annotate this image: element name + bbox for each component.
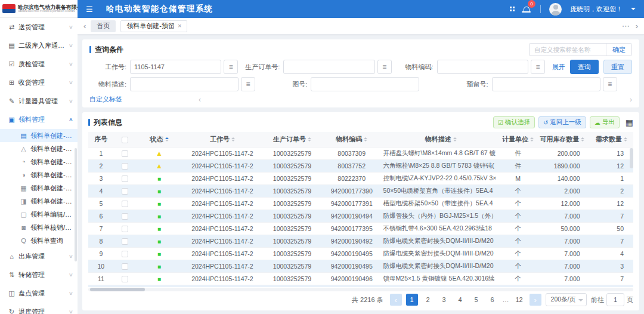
sort-icon[interactable]	[364, 137, 367, 141]
batch-input-icon[interactable]: ≡	[241, 77, 255, 91]
column-settings-icon[interactable]: ▦	[626, 118, 633, 127]
sidebar-scrollbar[interactable]	[75, 148, 77, 261]
table-row[interactable]: 5■2024HPC1105-1147-210003252579942000177…	[88, 197, 633, 210]
reset-button[interactable]: 重置	[603, 60, 632, 74]
tab-home[interactable]: 首页	[91, 20, 116, 32]
table-row[interactable]: 9■2024HPC1105-1147-210003252579942000190…	[88, 247, 633, 260]
row-checkbox[interactable]	[122, 263, 128, 270]
pagination-page[interactable]: 1	[406, 294, 418, 306]
table-row[interactable]: 1▲2024HPC1105-1147-21000325257980037309开…	[88, 147, 633, 159]
tags-scroll-right-icon[interactable]: ›	[630, 96, 632, 104]
sidebar-subitem-cost-center[interactable]: ◑领料单创建-成本中心	[0, 168, 78, 181]
sort-icon[interactable]	[453, 137, 457, 141]
row-checkbox[interactable]	[122, 226, 128, 232]
goto-page-input[interactable]	[606, 293, 624, 306]
pagination-page[interactable]: 2	[422, 294, 434, 306]
sidebar-subitem-edit-delete[interactable]: ▢领料单编辑/删除	[0, 208, 78, 221]
sidebar-subitem-urgent[interactable]: △领料单创建-紧急	[0, 142, 78, 155]
pagination-ellipsis[interactable]: …	[503, 296, 509, 303]
row-checkbox[interactable]	[122, 163, 128, 170]
sidebar-item-quality[interactable]: ☑质检管理∨	[0, 55, 78, 73]
tabs-more-icon[interactable]: ⋯	[622, 21, 630, 30]
table-row[interactable]: 10■2024HPC1105-1147-21000325257994200019…	[88, 260, 633, 272]
sidebar-subitem-outsourced[interactable]: ▦领料单创建-委外组件	[0, 181, 78, 195]
pagination-page[interactable]: 6	[487, 294, 499, 306]
sidebar-subitem-writeoff[interactable]: ◙领料单核销/撤回	[0, 221, 78, 234]
tags-scroll-left-icon[interactable]: ‹	[199, 96, 201, 104]
tab-close-icon[interactable]: ×	[178, 23, 181, 29]
table-row[interactable]: 8■2024HPC1105-1147-210003252579942000190…	[88, 235, 633, 247]
sidebar-item-stocktake[interactable]: ◫盘点管理∨	[0, 284, 78, 303]
page-size-select[interactable]: 200条/页	[546, 293, 587, 306]
field-input[interactable]	[134, 81, 234, 88]
sort-icon[interactable]	[624, 137, 627, 141]
table-row[interactable]: 4■2024HPC1105-1147-210003252579942000177…	[88, 184, 633, 197]
batch-input-icon[interactable]: ≡	[224, 60, 238, 74]
table-row[interactable]: 3■2024HPC1105-1147-21000325257980222370控…	[88, 172, 633, 184]
back-button[interactable]: ↺ 返回上一级	[538, 116, 586, 128]
menu-collapse-icon[interactable]: ☰	[86, 5, 93, 14]
sidebar-item-outbound[interactable]: ⌂出库管理∨	[0, 247, 78, 266]
row-checkbox[interactable]	[122, 188, 128, 195]
sidebar-subitem-query[interactable]: Q领料单查询	[0, 234, 78, 247]
pagination-prev-icon[interactable]: ‹	[390, 294, 402, 306]
table-row[interactable]: 11■2024HPC1105-1147-21000325257994200019…	[88, 272, 633, 285]
sidebar-item-inbound-notice[interactable]: ▤二级库入库通知单∨	[0, 36, 78, 55]
sidebar-subitem-special-project[interactable]: ◔领料单创建-特殊项目	[0, 155, 78, 168]
field-input[interactable]	[287, 63, 370, 70]
row-checkbox[interactable]	[122, 201, 128, 207]
table-vertical-scrollbar[interactable]	[630, 148, 633, 267]
table-row[interactable]: 7■2024HPC1105-1147-210003252579942000177…	[88, 222, 633, 235]
table-horizontal-scrollbar[interactable]	[88, 288, 633, 291]
pagination-page[interactable]: 4	[454, 294, 466, 306]
sort-icon[interactable]	[308, 137, 311, 141]
tab-material-requisition-reserved[interactable]: 领料单创建-预留 ×	[120, 20, 187, 32]
pagination-page[interactable]: 5	[470, 294, 482, 306]
tabs-scroll-left-icon[interactable]: ‹	[83, 21, 86, 30]
row-checkbox[interactable]	[122, 276, 128, 282]
sidebar-subitem-secondary-warehouse[interactable]: ◨领料单创建-二级库	[0, 195, 78, 208]
pagination-next-icon[interactable]: ›	[530, 294, 541, 306]
batch-input-icon[interactable]: ≡	[377, 60, 392, 74]
table-row[interactable]: 12■2024HPC1105-1147-31000325257894200000…	[88, 285, 633, 287]
row-checkbox[interactable]	[122, 150, 128, 157]
field-input[interactable]	[441, 63, 524, 70]
batch-input-icon[interactable]: ≡	[603, 77, 617, 91]
row-checkbox[interactable]	[122, 176, 128, 182]
sidebar-item-material-requisition[interactable]: ▣领料管理∧	[0, 110, 78, 129]
batch-input-icon[interactable]: ≡	[531, 60, 545, 74]
field-input[interactable]	[315, 81, 415, 88]
table-row[interactable]: 6■2024HPC1105-1147-210003252579942000190…	[88, 210, 633, 222]
custom-tag-link[interactable]: 自定义标签	[89, 95, 122, 104]
tabs-scroll-right-icon[interactable]: ›	[636, 21, 638, 30]
fullscreen-icon[interactable]	[509, 6, 515, 12]
select-all-checkbox[interactable]	[122, 137, 128, 143]
user-avatar[interactable]	[549, 3, 562, 16]
row-checkbox[interactable]	[122, 213, 128, 220]
sidebar-subitem-reserved[interactable]: ▤领料单创建-预留	[0, 129, 78, 142]
field-input[interactable]	[134, 63, 217, 70]
sidebar-item-receiving[interactable]: ⊞收货管理∨	[0, 73, 78, 92]
expand-link[interactable]: 展开	[552, 63, 565, 72]
row-checkbox[interactable]	[122, 251, 128, 257]
export-button[interactable]: ☁ 导出	[590, 116, 620, 128]
tag-confirm-button[interactable]: 确定	[606, 44, 631, 56]
table-row[interactable]: 2▲2024HPC1105-1147-21000325257980037752六…	[88, 159, 633, 172]
search-button[interactable]: 查询	[570, 60, 599, 74]
sort-icon[interactable]	[530, 137, 534, 141]
sidebar-item-return[interactable]: ↻退库管理∨	[0, 303, 78, 314]
sort-icon[interactable]	[231, 137, 235, 141]
sort-icon[interactable]	[581, 137, 584, 141]
pagination-page[interactable]: 3	[438, 294, 450, 306]
custom-tag-input[interactable]	[530, 46, 606, 53]
sort-icon[interactable]	[165, 137, 169, 141]
field-input[interactable]	[496, 81, 596, 88]
sidebar-item-measuring-tools[interactable]: ✎计量器具管理∨	[0, 92, 78, 110]
row-checkbox[interactable]	[122, 238, 128, 245]
user-greeting[interactable]: 庞晓明，欢迎您！	[570, 5, 623, 14]
notification-bell-icon[interactable]: 0	[524, 5, 530, 13]
sidebar-item-delivery[interactable]: ⇄送货管理∨	[0, 18, 78, 36]
user-menu-caret-icon[interactable]	[631, 8, 636, 13]
sidebar-item-transfer[interactable]: ⇅转储管理∨	[0, 266, 78, 284]
pagination-page[interactable]: 12	[513, 294, 525, 306]
